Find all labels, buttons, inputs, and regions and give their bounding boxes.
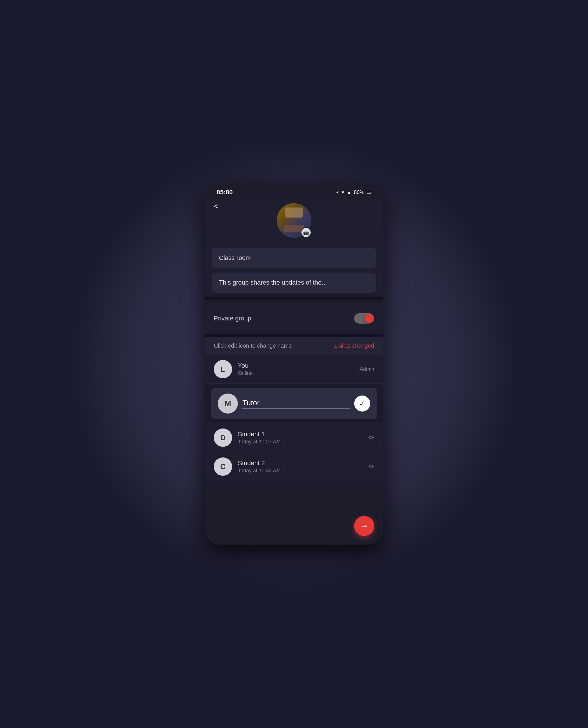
- member-initial-student1: D: [220, 433, 226, 442]
- settings-section: Private group: [205, 303, 383, 334]
- group-name-value: Class room: [219, 254, 251, 262]
- alias-section: Click edit icon to change name 1 alias c…: [205, 337, 383, 355]
- status-time: 05:00: [217, 189, 233, 196]
- status-bar: 05:00 ∗ ▾ ▲ 80% ▭: [205, 183, 383, 199]
- scroll-content: < 📷 Class room This gro: [205, 199, 383, 538]
- member-name-student2: Student 2: [238, 459, 369, 467]
- member-initial-you: L: [220, 365, 225, 374]
- divider-1: [205, 297, 383, 300]
- fab-arrow-icon: →: [360, 521, 369, 531]
- private-group-toggle[interactable]: [354, 313, 374, 324]
- group-description-field[interactable]: This group shares the updates of the...: [212, 273, 376, 293]
- camera-icon: 📷: [303, 230, 309, 235]
- edit-alias-student2-button[interactable]: [369, 463, 374, 471]
- confirm-alias-button[interactable]: ✓: [354, 396, 370, 412]
- member-avatar-you: L: [214, 360, 232, 378]
- edit-alias-student1-button[interactable]: [369, 434, 374, 442]
- status-icons: ∗ ▾ ▲ 80% ▭: [335, 189, 371, 195]
- alias-changed-badge: 1 alias changed: [334, 342, 374, 349]
- alias-input[interactable]: [243, 398, 350, 409]
- battery-text: 80%: [354, 189, 364, 195]
- fab-button[interactable]: →: [354, 516, 374, 536]
- member-info-student1: Student 1 Today at 11:27 AM: [238, 431, 369, 445]
- member-info-you: You Online: [238, 362, 356, 376]
- content-inner: < 📷 Class room This gro: [205, 199, 383, 481]
- private-group-row: Private group: [205, 309, 383, 328]
- battery-icon: ▭: [366, 189, 371, 195]
- edit-member-initial: M: [224, 399, 231, 408]
- camera-badge[interactable]: 📷: [301, 227, 311, 237]
- back-icon: <: [214, 202, 218, 211]
- member-name-you: You: [238, 362, 356, 370]
- student-section: D Student 1 Today at 11:27 AM C Student …: [205, 423, 383, 481]
- private-group-label: Private group: [214, 315, 251, 322]
- edit-alias-row: M ✓: [211, 388, 377, 419]
- toggle-thumb: [364, 314, 374, 323]
- member-avatar-student2: C: [214, 457, 232, 476]
- member-section: L You Online ~Admin: [205, 355, 383, 384]
- member-lastseen-student2: Today at 10:42 AM: [238, 468, 369, 474]
- back-button[interactable]: <: [214, 202, 218, 211]
- member-role-you: ~Admin: [356, 366, 374, 372]
- wifi-icon: ▾: [341, 189, 344, 195]
- member-row-student1: D Student 1 Today at 11:27 AM: [205, 423, 383, 452]
- phone-frame: 05:00 ∗ ▾ ▲ 80% ▭ < 📷: [205, 183, 383, 545]
- group-avatar-container: 📷: [277, 203, 311, 237]
- group-description-value: This group shares the updates of the...: [219, 279, 327, 286]
- member-lastseen-student1: Today at 11:27 AM: [238, 439, 369, 445]
- checkmark-icon: ✓: [359, 399, 365, 408]
- member-initial-student2: C: [220, 462, 226, 471]
- divider-2: [205, 334, 383, 337]
- member-row-student2: C Student 2 Today at 10:42 AM: [205, 452, 383, 481]
- alias-label: Click edit icon to change name: [214, 342, 292, 349]
- group-name-field[interactable]: Class room: [212, 248, 376, 268]
- member-info-student2: Student 2 Today at 10:42 AM: [238, 459, 369, 474]
- member-row-you: L You Online ~Admin: [205, 355, 383, 384]
- member-avatar-student1: D: [214, 429, 232, 447]
- edit-input-container: [243, 398, 350, 409]
- signal-icon: ▲: [346, 189, 352, 195]
- edit-member-avatar: M: [218, 394, 238, 414]
- member-name-student1: Student 1: [238, 431, 369, 438]
- member-status-you: Online: [238, 370, 356, 376]
- bluetooth-icon: ∗: [335, 189, 339, 195]
- header-area: < 📷: [205, 199, 383, 243]
